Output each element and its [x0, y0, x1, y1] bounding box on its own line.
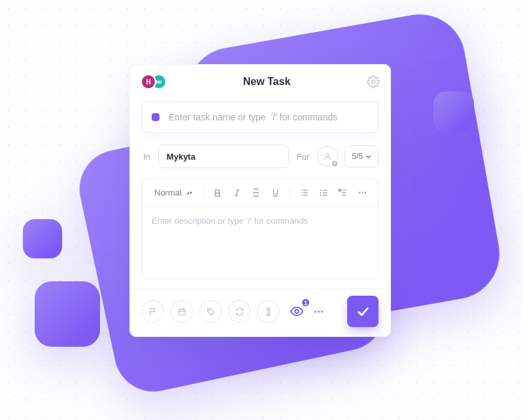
- bold-button[interactable]: [210, 184, 226, 201]
- svg-line-2: [236, 190, 238, 196]
- svg-point-34: [321, 311, 323, 313]
- in-label: In: [142, 152, 152, 162]
- font-style-dropdown[interactable]: Normal ▴▾: [150, 185, 196, 200]
- plus-icon: +: [331, 160, 339, 167]
- eye-icon: [290, 304, 304, 319]
- divider: [290, 187, 290, 199]
- modal-footer: 1: [130, 289, 390, 327]
- description-input[interactable]: [143, 207, 378, 279]
- font-style-label: Normal: [154, 188, 182, 198]
- svg-point-17: [320, 192, 321, 194]
- svg-point-1: [326, 153, 329, 156]
- editor-toolbar: Normal ▴▾ 123: [143, 179, 378, 207]
- flag-icon[interactable]: [142, 300, 164, 323]
- svg-point-0: [372, 80, 375, 84]
- ordered-list-button[interactable]: 123: [297, 184, 312, 201]
- watchers-button[interactable]: 1: [286, 300, 308, 323]
- toolbar-more-button[interactable]: [354, 184, 370, 201]
- modal-title: New Task: [167, 76, 367, 88]
- svg-point-23: [359, 192, 361, 194]
- list-selector[interactable]: Mykyta: [158, 145, 289, 168]
- modal-header: H MI New Task: [130, 65, 390, 99]
- footer-more-button[interactable]: [311, 306, 326, 317]
- svg-rect-26: [178, 309, 185, 315]
- list-selected-value: Mykyta: [167, 152, 195, 162]
- bg-shape: [23, 219, 62, 258]
- chevron-down-icon: [365, 154, 371, 160]
- user-icon: [323, 152, 332, 161]
- new-task-modal: H MI New Task In Mykyta For + 5/5: [129, 64, 391, 337]
- svg-point-33: [318, 311, 320, 313]
- avatar[interactable]: H: [141, 74, 156, 90]
- underline-button[interactable]: [267, 184, 283, 201]
- svg-point-30: [209, 309, 210, 311]
- sort-icon: ▴▾: [187, 192, 192, 194]
- checklist-button[interactable]: [335, 184, 351, 201]
- task-name-input[interactable]: [169, 112, 369, 122]
- svg-point-16: [320, 190, 321, 191]
- gear-icon[interactable]: [367, 75, 380, 88]
- hourglass-icon[interactable]: [257, 300, 279, 323]
- strikethrough-button[interactable]: [248, 184, 264, 201]
- svg-text:3: 3: [301, 194, 302, 197]
- create-task-button[interactable]: [347, 296, 379, 327]
- tag-icon[interactable]: [199, 300, 222, 323]
- check-icon: [356, 304, 370, 319]
- priority-selector[interactable]: 5/5: [345, 145, 379, 167]
- watchers-count-badge: 1: [301, 298, 311, 307]
- bullet-list-button[interactable]: [316, 184, 331, 201]
- svg-point-31: [295, 309, 299, 313]
- task-name-row: [142, 101, 379, 133]
- calendar-icon[interactable]: [171, 300, 193, 323]
- italic-button[interactable]: [229, 184, 245, 201]
- meta-row: In Mykyta For + 5/5: [142, 145, 379, 168]
- status-icon[interactable]: [152, 113, 160, 121]
- assignee-picker[interactable]: +: [317, 146, 338, 167]
- for-label: For: [295, 152, 311, 162]
- bg-shape: [35, 281, 100, 347]
- avatar-stack[interactable]: H MI: [141, 74, 167, 90]
- recurrence-icon[interactable]: [228, 300, 250, 323]
- divider: [203, 187, 203, 199]
- priority-value: 5/5: [352, 152, 363, 161]
- description-editor: Normal ▴▾ 123: [142, 179, 379, 279]
- svg-point-25: [364, 192, 366, 194]
- bg-shape: [433, 92, 474, 132]
- svg-point-32: [314, 311, 316, 313]
- svg-point-18: [320, 194, 321, 196]
- svg-point-24: [362, 192, 363, 194]
